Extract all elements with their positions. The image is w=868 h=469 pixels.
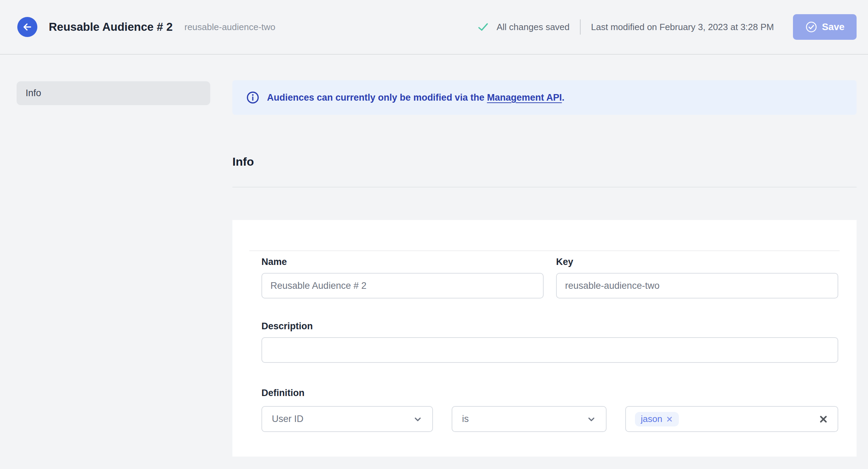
save-button-label: Save <box>822 21 844 33</box>
key-field: Key <box>556 256 838 298</box>
main-content: Audiences can currently only be modified… <box>232 80 857 457</box>
operator-select-value: is <box>462 414 469 424</box>
trait-select[interactable]: User ID <box>261 406 433 432</box>
management-api-link[interactable]: Management API <box>487 92 562 103</box>
trait-select-value: User ID <box>272 414 304 424</box>
info-icon <box>246 91 259 104</box>
remove-tag-icon[interactable] <box>666 416 673 423</box>
description-row: Description <box>261 320 838 363</box>
key-label: Key <box>556 256 838 268</box>
clear-values-icon <box>818 414 829 424</box>
topbar: Reusable Audience # 2 reusable-audience-… <box>0 0 868 55</box>
check-icon <box>477 21 489 33</box>
section-title: Info <box>232 155 857 168</box>
info-banner: Audiences can currently only be modified… <box>232 80 857 115</box>
audience-form: Name Key Description Definition <box>232 220 857 432</box>
page-title: Reusable Audience # 2 <box>49 20 173 34</box>
banner-text-before: Audiences can currently only be modified… <box>267 92 487 103</box>
key-input[interactable] <box>556 273 838 298</box>
chevron-down-icon <box>413 414 423 424</box>
saved-status-label: All changes saved <box>497 22 570 33</box>
definition-label: Definition <box>261 387 838 399</box>
sidebar-item-info[interactable]: Info <box>17 81 210 105</box>
last-modified-text: Last modified on February 3, 2023 at 3:2… <box>591 22 774 33</box>
chevron-down-icon <box>587 414 596 424</box>
vertical-divider <box>580 19 581 35</box>
name-label: Name <box>261 256 544 268</box>
circle-check-icon <box>805 21 818 33</box>
arrow-left-icon <box>22 22 33 32</box>
value-chip: jason <box>635 412 679 426</box>
section-divider <box>232 187 857 187</box>
saved-status: All changes saved <box>477 21 570 33</box>
description-input[interactable] <box>261 337 838 363</box>
audience-key-subtitle: reusable-audience-two <box>184 22 275 33</box>
info-card: Name Key Description Definition <box>232 220 857 457</box>
description-label: Description <box>261 320 838 332</box>
sidebar-item-label: Info <box>26 88 41 99</box>
save-button[interactable]: Save <box>793 14 857 40</box>
topbar-right: All changes saved Last modified on Febru… <box>477 14 857 40</box>
definition-controls: User ID is <box>261 406 838 432</box>
value-chip-label: jason <box>641 414 662 424</box>
values-input[interactable]: jason <box>625 406 838 432</box>
banner-text-after: . <box>562 92 565 103</box>
back-button[interactable] <box>17 17 37 37</box>
definition-row-group: Definition User ID is <box>261 387 838 432</box>
name-field: Name <box>261 256 544 298</box>
card-top-divider <box>249 250 840 251</box>
operator-select[interactable]: is <box>452 406 607 432</box>
name-key-row: Name Key <box>261 256 838 298</box>
clear-values-button[interactable] <box>818 414 829 424</box>
name-input[interactable] <box>261 273 544 298</box>
audience-edit-screen: Reusable Audience # 2 reusable-audience-… <box>0 0 868 469</box>
banner-message: Audiences can currently only be modified… <box>267 92 564 103</box>
